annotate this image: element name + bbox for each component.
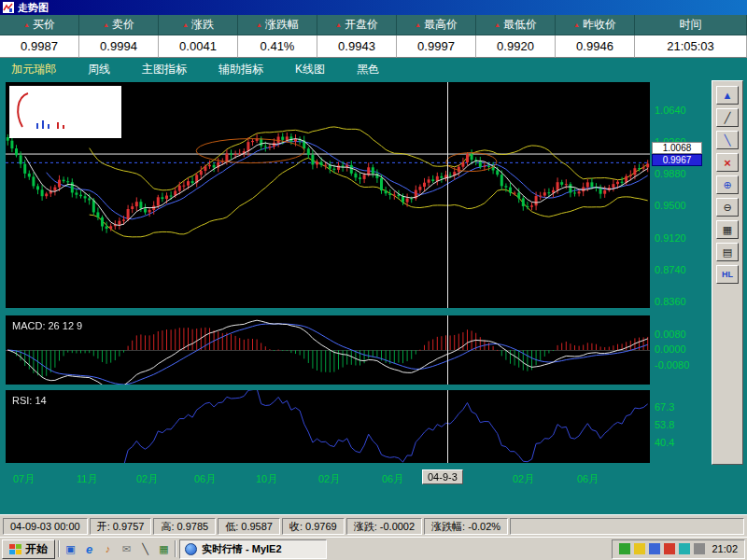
menu-sub-indicator[interactable]: 辅助指标 (218, 62, 263, 77)
status-date: 04-09-03 00:00 (3, 518, 88, 535)
tray-icon[interactable] (634, 543, 645, 554)
up-arrow-icon: ▲ (415, 21, 421, 28)
price-tick: 0.8740 (655, 264, 709, 275)
grid-icon[interactable]: ▦ (156, 541, 172, 557)
menu-chart-type[interactable]: K线图 (295, 62, 325, 77)
time-value: 21:05:03 (635, 35, 747, 58)
panel-layout-icon: ▦ (723, 224, 732, 236)
macd-label: MACD: 26 12 9 (12, 320, 82, 331)
tray-icon[interactable] (694, 543, 705, 554)
up-arrow-icon: ▲ (182, 21, 189, 28)
price-tick: 0.9880 (655, 168, 709, 179)
low-value: 0.9920 (476, 35, 556, 58)
status-filler (510, 518, 744, 535)
x-axis-label: 06月 (382, 472, 403, 486)
x-axis-label: 10月 (256, 472, 277, 486)
low-header: ▲最低价 (476, 15, 556, 35)
chart-inset-box (9, 86, 121, 138)
delete-tool-button[interactable]: × (716, 153, 739, 172)
mail-icon[interactable]: ✉ (119, 541, 134, 557)
up-arrow-icon: ▲ (573, 21, 580, 28)
pen-icon[interactable]: ╲ (137, 541, 153, 557)
tray-clock[interactable]: 21:02 (712, 543, 738, 554)
tray-icon[interactable] (649, 543, 660, 554)
price-tick: 0.8360 (655, 296, 709, 307)
taskbar: 开始 ▣ e ♪ ✉ ╲ ▦ 实时行情 - MyIE2 21:02 (0, 537, 747, 560)
bid-price-header: ▲买价 (0, 15, 79, 35)
trendline-tool-button[interactable]: ╲ (716, 131, 739, 149)
menu-bar: 加元瑞郎 周线 主图指标 辅助指标 K线图 黑色 (0, 58, 747, 80)
time-header: 时间 (635, 15, 747, 35)
zoom-in-button[interactable]: ⊕ (716, 175, 739, 194)
x-axis-label: 06月 (577, 472, 599, 486)
line-tool-button[interactable]: ╱ (716, 108, 739, 127)
selected-date-label: 04-9-3 (422, 469, 463, 484)
up-arrow-icon: ▲ (256, 21, 262, 28)
macd-chart-canvas[interactable] (6, 315, 650, 385)
prev-close-header: ▲昨收价 (556, 15, 635, 35)
trading-app-window: 走势图 ▲买价 ▲卖价 ▲涨跌 ▲涨跌幅 ▲开盘价 ▲最高价 ▲最低价 ▲昨收价… (0, 0, 747, 560)
up-arrow-icon: ▲ (335, 21, 342, 28)
x-axis-label: 06月 (194, 472, 216, 486)
menu-main-indicator[interactable]: 主图指标 (142, 62, 187, 77)
change-header: ▲涨跌 (159, 15, 238, 35)
arrow-icon: ▲ (723, 90, 733, 101)
rsi-chart-canvas[interactable] (6, 390, 650, 463)
rsi-tick: 40.4 (655, 437, 709, 448)
taskbar-separator (175, 540, 176, 557)
app-icon (3, 2, 14, 13)
price-tick: 0.9500 (655, 200, 709, 211)
hline-price-tag: 1.0068 (652, 142, 702, 154)
menu-instrument[interactable]: 加元瑞郎 (11, 62, 56, 77)
status-change: 涨跌: -0.0002 (346, 518, 422, 535)
show-desktop-icon[interactable]: ▣ (63, 541, 78, 557)
grid-icon: ▤ (723, 246, 732, 259)
price-tick: 0.9120 (655, 232, 709, 244)
status-open: 开: 0.9757 (90, 518, 152, 535)
ask-price-value: 0.9994 (79, 35, 159, 58)
panel-layout-button[interactable]: ▦ (716, 220, 739, 239)
ask-price-header: ▲卖价 (79, 15, 159, 35)
tray-icon[interactable] (679, 543, 690, 554)
arrow-tool-button[interactable]: ▲ (716, 86, 739, 105)
rsi-tick: 67.3 (655, 401, 709, 413)
browser-icon[interactable]: e (81, 541, 97, 557)
quote-header-labels: ▲买价 ▲卖价 ▲涨跌 ▲涨跌幅 ▲开盘价 ▲最高价 ▲最低价 ▲昨收价 时间 (0, 15, 747, 35)
up-arrow-icon: ▲ (494, 21, 500, 28)
menu-period[interactable]: 周线 (88, 62, 110, 77)
high-header: ▲最高价 (397, 15, 476, 35)
trendline-icon: ╲ (725, 134, 731, 147)
bid-price-value: 0.9987 (0, 35, 79, 58)
media-icon[interactable]: ♪ (100, 541, 116, 557)
prev-close-value: 0.9946 (556, 35, 635, 58)
macd-tick: 0.0080 (655, 329, 709, 340)
tray-icon[interactable] (664, 543, 675, 554)
globe-icon (185, 543, 197, 555)
x-axis-label: 11月 (77, 472, 97, 486)
menu-color[interactable]: 黑色 (357, 62, 379, 77)
open-header: ▲开盘价 (317, 15, 397, 35)
open-value: 0.9943 (317, 35, 397, 58)
high-value: 0.9997 (397, 35, 476, 58)
x-axis-label: 02月 (136, 472, 158, 486)
start-button[interactable]: 开始 (2, 539, 55, 559)
up-arrow-icon: ▲ (23, 21, 30, 28)
macd-tick: -0.0080 (655, 359, 709, 371)
task-button-myie2[interactable]: 实时行情 - MyIE2 (179, 539, 327, 559)
high-low-button[interactable]: HL (716, 265, 739, 284)
taskbar-separator (58, 540, 60, 557)
status-close: 收: 0.9769 (282, 518, 345, 535)
status-change-pct: 涨跌幅: -0.02% (424, 518, 508, 535)
grid-toggle-button[interactable]: ▤ (716, 243, 739, 261)
window-title: 走势图 (18, 1, 49, 15)
x-axis-label: 02月 (318, 472, 340, 486)
tray-icon[interactable] (619, 543, 630, 554)
zoom-out-button[interactable]: ⊖ (716, 198, 739, 217)
quote-header-values: 0.9987 0.9994 0.0041 0.41% 0.9943 0.9997… (0, 35, 747, 58)
windows-flag-icon (9, 544, 21, 554)
up-arrow-icon: ▲ (103, 21, 109, 28)
status-low: 低: 0.9587 (218, 518, 280, 535)
rsi-label: RSI: 14 (12, 395, 47, 406)
current-price-tag: 0.9967 (652, 154, 702, 166)
window-titlebar[interactable]: 走势图 (0, 0, 747, 15)
